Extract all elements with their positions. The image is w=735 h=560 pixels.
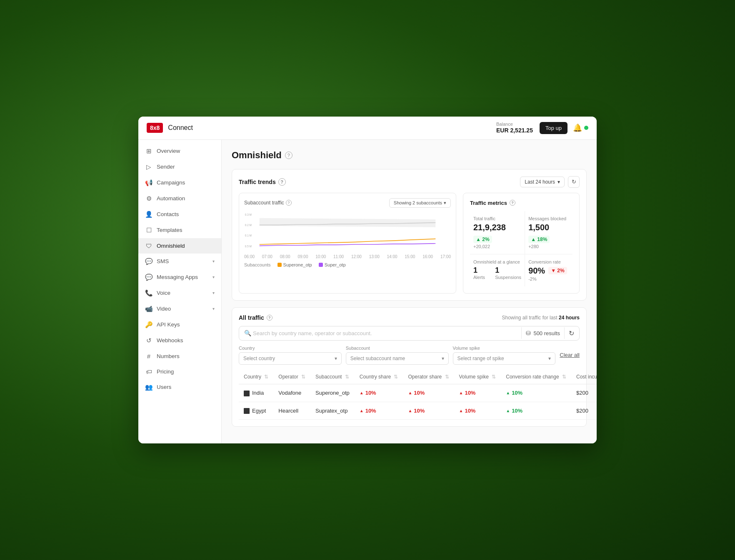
svg-text:0.3 M: 0.3 M	[245, 213, 252, 217]
chart-section: Subaccount traffic ? Showing 2 subaccoun…	[239, 193, 456, 294]
sidebar-item-users[interactable]: 👥 Users	[138, 379, 221, 395]
filter-icon: ⛁	[526, 330, 531, 336]
cell-country-india: India	[239, 384, 273, 402]
table-header-row: Country ⇅ Operator ⇅ Subaccount ⇅ Countr…	[239, 370, 597, 384]
sidebar-item-overview[interactable]: ⊞ Overview	[138, 143, 221, 159]
metric-total-traffic: Total traffic 21,9,238 ▲ 2% +20,022	[470, 211, 525, 254]
spike-filter-select[interactable]: Select range of spike ▾	[453, 352, 556, 365]
balance-info: Balance EUR 2,521.25	[496, 122, 533, 134]
all-traffic-info-icon[interactable]: ?	[267, 315, 272, 321]
time-filter-button[interactable]: Last 24 hours ▾	[520, 177, 565, 187]
omnishield-info-icon[interactable]: ?	[285, 152, 292, 159]
cell-subaccount-supratex: Supratex_otp	[310, 402, 355, 420]
table-head: Country ⇅ Operator ⇅ Subaccount ⇅ Countr…	[239, 370, 597, 384]
col-operator[interactable]: Operator ⇅	[273, 370, 310, 384]
campaigns-icon: 📢	[145, 179, 152, 187]
col-cost[interactable]: Cost incurred ⇅	[571, 370, 597, 384]
users-icon: 👥	[145, 383, 152, 391]
metrics-info-icon[interactable]: ?	[510, 200, 515, 206]
alerts-block: 1 Alerts	[473, 266, 485, 280]
metric-omnishield-glance: Omnishield at a glance 1 Alerts 1 Suspen…	[470, 254, 525, 286]
sidebar-item-campaigns[interactable]: 📢 Campaigns	[138, 175, 221, 191]
legend-dot-super	[319, 263, 323, 267]
col-country-share[interactable]: Country share ⇅	[355, 370, 403, 384]
col-operator-share[interactable]: Operator share ⇅	[403, 370, 454, 384]
chart-info-icon[interactable]: ?	[286, 200, 292, 206]
traffic-split: Subaccount traffic ? Showing 2 subaccoun…	[239, 193, 580, 294]
col-subaccount[interactable]: Subaccount ⇅	[310, 370, 355, 384]
traffic-table: Country ⇅ Operator ⇅ Subaccount ⇅ Countr…	[239, 370, 597, 420]
sort-icon-subaccount: ⇅	[345, 374, 349, 380]
table-row: India Vodafone Superone_otp ▲ 10% ▲ 10%	[239, 384, 597, 402]
up-arrow-green-icon: ▲	[506, 391, 510, 395]
notification-icon[interactable]: 🔔	[571, 121, 584, 134]
chevron-down-icon-2: ▾	[212, 275, 215, 279]
topup-button[interactable]: Top up	[540, 122, 568, 134]
sidebar-item-templates[interactable]: ☐ Templates	[138, 222, 221, 238]
metric-row-conversion: 90% ▼ 2%	[528, 266, 569, 276]
balance-amount: EUR 2,521.25	[496, 127, 533, 134]
up-arrow-icon-4: ▲	[360, 408, 364, 413]
cell-operator-vodafone: Vodafone	[273, 384, 310, 402]
sidebar-item-webhooks[interactable]: ↺ Webhooks	[138, 333, 221, 348]
sidebar-item-api-keys[interactable]: 🔑 API Keys	[138, 317, 221, 333]
sidebar-item-omnishield[interactable]: 🛡 Omnishield	[138, 238, 221, 254]
cell-country-share-india: ▲ 10%	[355, 384, 403, 402]
cell-operator-share-hearcell: ▲ 10%	[403, 402, 454, 420]
clear-all-button[interactable]: Clear all	[560, 352, 580, 358]
all-traffic-title: All traffic ?	[239, 314, 272, 321]
chevron-down-icon-country: ▾	[335, 356, 337, 361]
cell-operator-hearcell: Hearcell	[273, 402, 310, 420]
contacts-icon: 👤	[145, 211, 152, 218]
refresh-button[interactable]: ↻	[568, 176, 580, 188]
alerts-label: Alerts	[473, 275, 485, 280]
sidebar-item-sms[interactable]: 💬 SMS ▾	[138, 254, 221, 269]
metric-value-conversion: 90%	[528, 266, 545, 276]
sidebar-label-templates: Templates	[157, 227, 182, 233]
sidebar-item-voice[interactable]: 📞 Voice ▾	[138, 285, 221, 301]
overview-icon: ⊞	[145, 147, 152, 155]
sidebar: ⊞ Overview ▷ Sender 📢 Campaigns ⚙ Automa…	[138, 140, 222, 443]
video-icon: 📹	[145, 305, 152, 313]
webhooks-icon: ↺	[145, 337, 152, 344]
sidebar-item-automation[interactable]: ⚙ Automation	[138, 191, 221, 207]
subaccounts-button[interactable]: Showing 2 subaccounts ▾	[389, 198, 451, 208]
subaccount-filter-select[interactable]: Select subaccount name ▾	[346, 352, 449, 365]
sidebar-label-numbers: Numbers	[157, 353, 180, 359]
all-traffic-card: All traffic ? Showing all traffic for la…	[232, 307, 587, 427]
templates-icon: ☐	[145, 226, 152, 234]
sidebar-item-pricing[interactable]: 🏷 Pricing	[138, 364, 221, 379]
cell-cost-egypt: $200	[571, 402, 597, 420]
sidebar-item-sender[interactable]: ▷ Sender	[138, 159, 221, 175]
metrics-title: Traffic metrics ?	[470, 200, 572, 206]
traffic-trends-info-icon[interactable]: ?	[278, 178, 286, 186]
col-conversion-change[interactable]: Conversion rate change ⇅	[501, 370, 571, 384]
status-dot	[584, 126, 588, 130]
trend-badge-conversion: ▼ 2%	[548, 267, 567, 274]
flag-india	[244, 391, 250, 396]
col-country[interactable]: Country ⇅	[239, 370, 273, 384]
sidebar-label-sms: SMS	[157, 258, 169, 264]
sidebar-item-contacts[interactable]: 👤 Contacts	[138, 207, 221, 222]
country-filter-select[interactable]: Select country ▾	[239, 352, 342, 365]
cell-country-share-egypt: ▲ 10%	[355, 402, 403, 420]
col-volume-spike[interactable]: Volume spike ⇅	[454, 370, 501, 384]
traffic-trends-header: Traffic trends ? Last 24 hours ▾ ↻	[239, 176, 580, 188]
country-filter-label: Country	[239, 346, 342, 351]
subaccount-filter-group: Subaccount Select subaccount name ▾	[346, 346, 449, 365]
sidebar-item-video[interactable]: 📹 Video ▾	[138, 301, 221, 317]
refresh-results-button[interactable]: ↻	[569, 329, 574, 337]
sidebar-item-messaging-apps[interactable]: 💬 Messaging Apps ▾	[138, 269, 221, 285]
search-input[interactable]	[251, 326, 517, 340]
up-arrow-icon-6: ▲	[459, 408, 463, 413]
api-keys-icon: 🔑	[145, 321, 152, 329]
up-arrow-icon-5: ▲	[408, 408, 412, 413]
sidebar-item-numbers[interactable]: # Numbers	[138, 348, 221, 364]
messaging-apps-icon: 💬	[145, 274, 152, 281]
chevron-down-icon-3: ▾	[212, 291, 215, 295]
cell-country-egypt: Egypt	[239, 402, 273, 420]
metrics-section: Traffic metrics ? Total traffic 21,9,238…	[463, 193, 580, 294]
cell-conversion-egypt: ▲ 10%	[501, 402, 571, 420]
sidebar-label-video: Video	[157, 306, 171, 312]
chevron-down-icon-time: ▾	[558, 179, 560, 185]
